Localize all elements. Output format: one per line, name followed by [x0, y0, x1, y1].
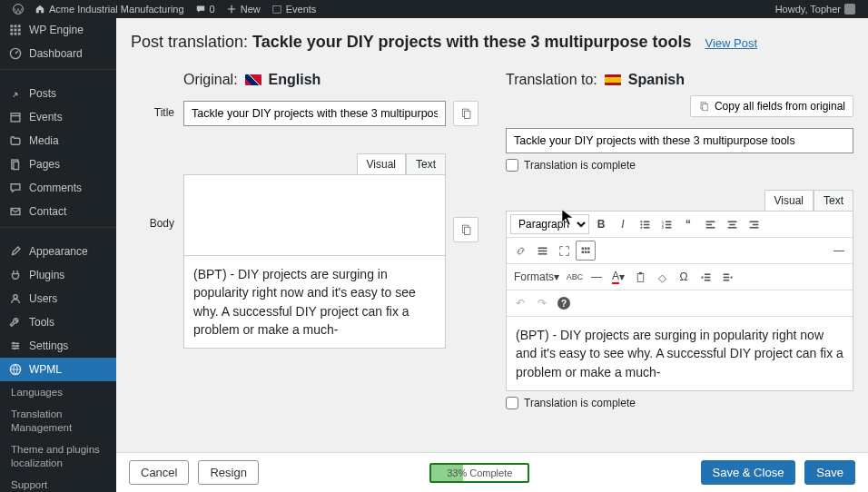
- save-button[interactable]: Save: [804, 460, 855, 485]
- clear-formatting-button[interactable]: [652, 267, 672, 287]
- site-name[interactable]: Acme Industrial Manufacturing: [29, 4, 190, 15]
- new-content[interactable]: New: [221, 4, 266, 15]
- blockquote-button[interactable]: “: [678, 214, 698, 234]
- content-area: Post translation: Tackle your DIY projec…: [116, 18, 868, 492]
- wordpress-icon: [13, 4, 24, 15]
- title-complete-input[interactable]: [506, 159, 518, 172]
- align-right-button[interactable]: [744, 214, 764, 234]
- comments-bubble[interactable]: 0: [190, 4, 221, 15]
- title-complete-label: Translation is complete: [524, 159, 636, 172]
- translation-heading-prefix: Translation to:: [506, 72, 597, 88]
- cancel-button[interactable]: Cancel: [129, 460, 189, 485]
- align-justify-button[interactable]: [532, 241, 552, 261]
- wrench-icon: [9, 316, 22, 329]
- translation-tab-visual[interactable]: Visual: [764, 190, 814, 211]
- title-label: Title: [131, 101, 183, 119]
- sidebar-item-label: WPML: [29, 363, 62, 376]
- svg-rect-46: [752, 223, 758, 225]
- translation-title-input[interactable]: [506, 128, 853, 153]
- svg-point-16: [14, 295, 17, 299]
- heading-post-title: Tackle your DIY projects with these 3 mu…: [252, 33, 691, 51]
- sidebar-subitem[interactable]: Translation Management: [0, 403, 116, 438]
- fullscreen-button[interactable]: [554, 241, 574, 261]
- wp-logo[interactable]: [7, 4, 29, 15]
- view-post-link[interactable]: View Post: [705, 36, 758, 50]
- sidebar-item-appearance[interactable]: Appearance: [0, 240, 116, 263]
- indent-button[interactable]: [717, 267, 737, 287]
- svg-rect-42: [727, 221, 736, 222]
- calendar-icon: [9, 111, 22, 123]
- title-complete-checkbox[interactable]: Translation is complete: [506, 159, 853, 172]
- strikethrough-button[interactable]: ABC: [565, 267, 585, 287]
- media-icon: [9, 134, 22, 147]
- sidebar-item-label: Settings: [29, 339, 68, 352]
- site-name-text: Acme Industrial Manufacturing: [49, 4, 184, 15]
- numbered-list-button[interactable]: 123: [656, 214, 676, 234]
- svg-rect-34: [665, 221, 671, 222]
- copy-all-button[interactable]: Copy all fields from original: [690, 95, 853, 117]
- help-button[interactable]: ?: [554, 293, 574, 313]
- original-tab-visual[interactable]: Visual: [357, 153, 406, 174]
- sidebar-item-tools[interactable]: Tools: [0, 310, 116, 334]
- outdent-button[interactable]: [695, 267, 715, 287]
- sidebar-item-events[interactable]: Events: [0, 105, 116, 129]
- resign-button[interactable]: Resign: [198, 460, 258, 485]
- copy-title-button[interactable]: [453, 101, 478, 126]
- translation-body-text[interactable]: (BPT) - DIY projects are surging in popu…: [507, 317, 853, 390]
- italic-button[interactable]: I: [613, 214, 633, 234]
- sidebar-item-users[interactable]: Users: [0, 287, 116, 310]
- body-complete-checkbox[interactable]: Translation is complete: [506, 397, 853, 409]
- sidebar-item-comments[interactable]: Comments: [0, 176, 116, 200]
- sidebar-item-plugins[interactable]: Plugins: [0, 263, 116, 287]
- sidebar-item-label: Dashboard: [29, 47, 83, 60]
- special-char-button[interactable]: Ω: [674, 267, 694, 287]
- save-close-button[interactable]: Save & Close: [701, 460, 796, 485]
- sidebar-item-contact[interactable]: Contact: [0, 200, 116, 223]
- block-format-select[interactable]: Paragraph: [510, 214, 589, 234]
- hr-button[interactable]: —: [829, 241, 849, 261]
- hr-button-2[interactable]: —: [587, 267, 607, 287]
- dashboard-icon: [9, 47, 22, 60]
- svg-text:3: 3: [661, 225, 664, 230]
- sidebar-item-settings[interactable]: Settings: [0, 334, 116, 358]
- translation-tab-text[interactable]: Text: [814, 190, 853, 211]
- sidebar-subitem[interactable]: Languages: [0, 381, 116, 403]
- brush-icon: [9, 245, 22, 258]
- home-icon: [35, 4, 45, 15]
- sidebar-subitem[interactable]: Support: [0, 474, 116, 492]
- align-left-button[interactable]: [700, 214, 720, 234]
- align-center-button[interactable]: [722, 214, 742, 234]
- contact-icon: [9, 205, 22, 218]
- plug-icon: [9, 269, 22, 281]
- bold-button[interactable]: B: [591, 214, 611, 234]
- link-button[interactable]: [510, 241, 530, 261]
- howdy-account[interactable]: Howdy, Topher: [770, 4, 861, 15]
- svg-rect-40: [705, 223, 712, 225]
- sidebar-item-dashboard[interactable]: Dashboard: [0, 42, 116, 65]
- body-row-original: Body VisualText (BPT) - DIY projects are…: [131, 135, 478, 349]
- copy-body-button[interactable]: [453, 217, 478, 242]
- paste-button[interactable]: [630, 267, 650, 287]
- copy-icon: [459, 107, 472, 120]
- original-tab-text[interactable]: Text: [406, 153, 446, 174]
- undo-button[interactable]: ↶: [510, 293, 530, 313]
- text-color-button[interactable]: A ▾: [608, 267, 628, 287]
- events-shortcut[interactable]: Events: [266, 4, 322, 15]
- sidebar-item-posts[interactable]: Posts: [0, 82, 116, 105]
- formats-dropdown[interactable]: Formats ▾: [510, 267, 563, 287]
- action-bar: Cancel Resign 33% Complete Save & Close …: [116, 452, 868, 492]
- copy-icon: [459, 223, 472, 236]
- svg-rect-53: [587, 247, 589, 249]
- original-language: English: [269, 72, 321, 88]
- redo-button[interactable]: ↷: [532, 293, 552, 313]
- sidebar-item-pages[interactable]: Pages: [0, 153, 116, 176]
- sidebar-subitem[interactable]: Theme and plugins localization: [0, 438, 116, 474]
- sidebar-item-media[interactable]: Media: [0, 129, 116, 153]
- body-complete-input[interactable]: [506, 397, 518, 409]
- toolbar-toggle-button[interactable]: [576, 241, 596, 261]
- sidebar-item-wpengine[interactable]: WP Engine: [0, 18, 116, 42]
- bullet-list-button[interactable]: [635, 214, 655, 234]
- sidebar-item-label: Posts: [29, 87, 56, 100]
- link-icon: [515, 245, 527, 257]
- sidebar-item-wpml[interactable]: WPML: [0, 358, 116, 381]
